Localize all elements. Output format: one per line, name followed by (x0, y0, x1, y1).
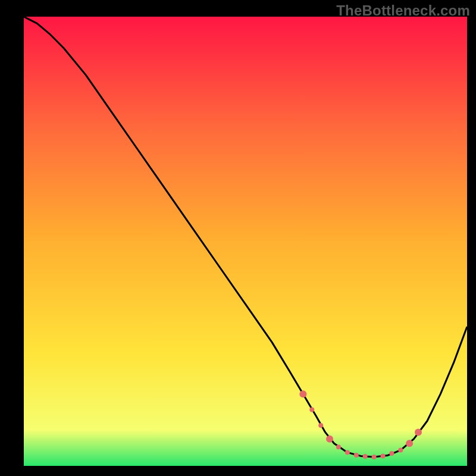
gradient-bg (24, 17, 467, 466)
marker-dot (309, 408, 314, 412)
chart-plot-area (24, 17, 467, 466)
marker-dot (336, 444, 341, 449)
marker-dot (389, 451, 394, 456)
marker-dot (299, 390, 306, 397)
marker-dot (372, 455, 377, 459)
marker-dot (398, 448, 403, 453)
watermark-text: TheBottleneck.com (336, 2, 470, 19)
marker-dot (363, 454, 368, 459)
marker-dot (406, 440, 413, 447)
marker-dot (345, 450, 350, 455)
marker-dot (318, 423, 323, 428)
marker-dot (326, 436, 333, 443)
chart-svg (24, 17, 467, 466)
marker-dot (354, 453, 359, 458)
marker-dot (415, 428, 422, 436)
marker-dot (381, 453, 386, 458)
chart-frame: TheBottleneck.com (0, 0, 476, 476)
